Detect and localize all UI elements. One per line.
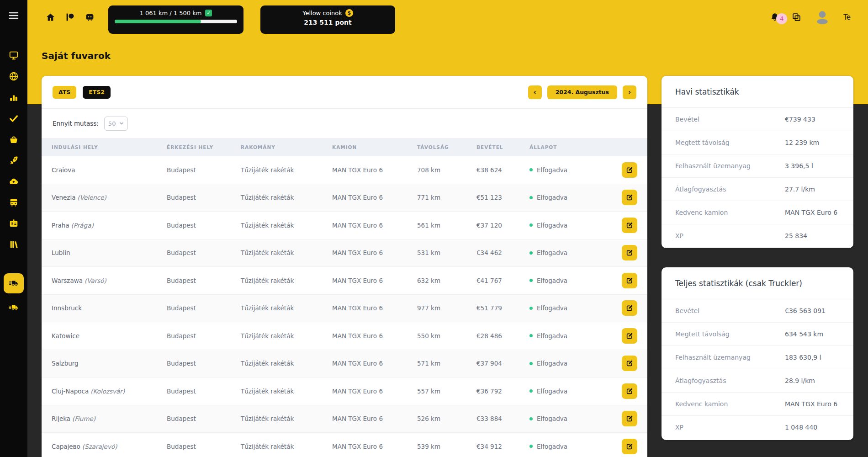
notifications-button[interactable]: 4: [770, 12, 780, 22]
cell-revenue: €34 912: [476, 443, 529, 450]
status-text: Elfogadva: [537, 166, 567, 174]
open-job-button[interactable]: [622, 162, 637, 178]
edit-in-square-icon: [626, 249, 633, 256]
header-nav: [46, 0, 95, 34]
cell-revenue: €51 123: [476, 194, 529, 201]
monthly-stats-panel: Havi statisztikák Bevétel €739 433 Megte…: [662, 76, 853, 248]
open-job-button[interactable]: [622, 300, 637, 316]
cell-status: Elfogadva: [529, 194, 598, 201]
cell-truck: MAN TGX Euro 6: [332, 194, 417, 201]
cell-truck: MAN TGX Euro 6: [332, 304, 417, 312]
month-label-button[interactable]: 2024. Augusztus: [547, 85, 617, 99]
open-job-button[interactable]: [622, 328, 637, 344]
checkmark-icon[interactable]: [9, 113, 19, 123]
cell-revenue: €38 624: [476, 166, 529, 174]
stat-value: MAN TGX Euro 6: [785, 400, 840, 408]
status-text: Elfogadva: [537, 304, 567, 312]
basket-icon[interactable]: [9, 134, 19, 144]
cell-status: Elfogadva: [529, 332, 598, 340]
cloud-upload-icon[interactable]: [9, 176, 19, 186]
open-job-button[interactable]: [622, 190, 637, 205]
next-month-button[interactable]: ›: [623, 85, 636, 99]
table-row: Salzburg Budapest Tűzijáték rakéták MAN …: [42, 350, 647, 378]
tab-ats[interactable]: ATS: [53, 86, 76, 99]
status-text: Elfogadva: [537, 249, 567, 256]
cell-distance: 561 km: [417, 222, 476, 229]
stat-row: Kedvenc kamion MAN TGX Euro 6: [662, 393, 853, 416]
open-job-button[interactable]: [622, 383, 637, 399]
edit-in-square-icon: [626, 415, 633, 422]
edit-in-square-icon: [626, 443, 633, 450]
prev-month-button[interactable]: ‹: [528, 85, 542, 99]
cell-cargo: Tűzijáték rakéták: [241, 304, 332, 312]
copy-icon[interactable]: [792, 12, 801, 22]
edit-in-square-icon: [626, 222, 633, 229]
jobs-card: ATS ETS2 ‹ 2024. Augusztus › Ennyit muta…: [42, 76, 647, 457]
open-job-button[interactable]: [622, 245, 637, 260]
stat-label: Felhasznált üzemanyag: [675, 354, 785, 361]
open-job-button[interactable]: [622, 356, 637, 371]
stat-row: Felhasznált üzemanyag 3 396,5 l: [662, 154, 853, 178]
cell-distance: 708 km: [417, 166, 476, 174]
table-row: Venezia(Velence) Budapest Tűzijáték raké…: [42, 184, 647, 212]
avatar[interactable]: [813, 8, 831, 27]
books-icon[interactable]: [9, 239, 19, 250]
tab-ets2[interactable]: ETS2: [83, 86, 111, 99]
cell-destination: Budapest: [167, 443, 241, 450]
page-size-select[interactable]: 50: [104, 117, 128, 131]
col-origin: Indulási hely: [52, 144, 167, 150]
globe-icon[interactable]: [9, 71, 19, 81]
cell-distance: 771 km: [417, 194, 476, 201]
cell-cargo: Tűzijáték rakéták: [241, 166, 332, 174]
id-card-icon[interactable]: [9, 218, 19, 228]
cell-status: Elfogadva: [529, 415, 598, 422]
stat-value: MAN TGX Euro 6: [785, 209, 840, 216]
patreon-icon[interactable]: [65, 12, 75, 22]
rocket-icon[interactable]: [9, 155, 19, 165]
stat-label: Átlagfogyasztás: [675, 186, 785, 193]
cell-revenue: €37 120: [476, 222, 529, 229]
table-row: Katowice Budapest Tűzijáték rakéták MAN …: [42, 322, 647, 350]
table-row: Rijeka(Fiume) Budapest Tűzijáték rakéták…: [42, 405, 647, 433]
cell-revenue: €36 792: [476, 388, 529, 395]
open-job-button[interactable]: [622, 273, 637, 288]
sidebar: [0, 0, 27, 457]
cell-destination: Budapest: [167, 277, 241, 284]
cell-destination: Budapest: [167, 222, 241, 229]
open-job-button[interactable]: [622, 439, 637, 454]
stat-label: Átlagfogyasztás: [675, 377, 785, 384]
page-size-label: Ennyit mutass:: [53, 120, 99, 127]
stat-label: XP: [675, 232, 785, 239]
sidebar-item-my-jobs-active[interactable]: [4, 273, 24, 293]
open-job-button[interactable]: [622, 411, 637, 426]
cell-distance: 977 km: [417, 304, 476, 312]
stat-label: XP: [675, 424, 785, 431]
stat-value: 27.7 l/km: [785, 186, 840, 193]
discord-icon[interactable]: [85, 12, 95, 22]
cell-destination: Budapest: [167, 415, 241, 422]
cell-cargo: Tűzijáték rakéták: [241, 443, 332, 450]
cell-distance: 539 km: [417, 443, 476, 450]
open-job-button[interactable]: [622, 218, 637, 233]
cell-destination: Budapest: [167, 360, 241, 367]
sidebar-nav: [9, 50, 19, 250]
edit-in-square-icon: [626, 304, 633, 312]
hamburger-menu-icon[interactable]: [8, 10, 19, 23]
edit-in-square-icon: [626, 332, 633, 340]
status-dot: [529, 251, 533, 255]
monitor-icon[interactable]: [9, 50, 19, 60]
cell-origin: Salzburg: [52, 360, 167, 367]
distance-label: 1 061 km / 1 500 km: [140, 10, 202, 16]
truck-fast-icon[interactable]: [9, 303, 19, 313]
stat-row: Megtett távolság 12 239 km: [662, 131, 853, 154]
cell-origin: Venezia(Velence): [52, 194, 167, 201]
bus-icon[interactable]: [9, 197, 19, 207]
stat-label: Kedvenc kamion: [675, 209, 785, 216]
cell-truck: MAN TGX Euro 6: [332, 277, 417, 284]
status-dot: [529, 223, 533, 227]
bar-chart-icon[interactable]: [9, 92, 19, 102]
cell-revenue: €41 767: [476, 277, 529, 284]
total-stats-panel: Teljes statisztikák (csak Truckler) Bevé…: [662, 267, 853, 440]
user-name[interactable]: Te: [843, 13, 851, 21]
home-icon[interactable]: [46, 12, 55, 22]
